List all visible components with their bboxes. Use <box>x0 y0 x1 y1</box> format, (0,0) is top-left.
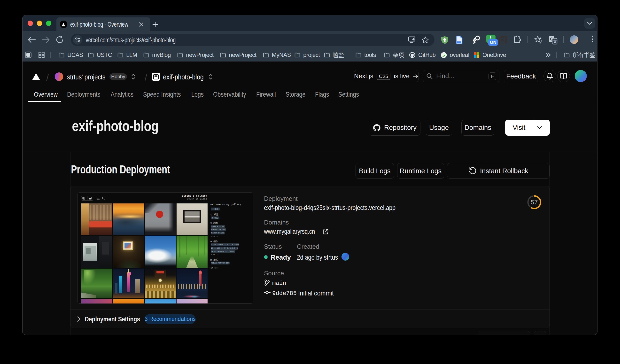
svg-text:57: 57 <box>531 198 538 206</box>
svg-text:文: 文 <box>553 39 557 43</box>
